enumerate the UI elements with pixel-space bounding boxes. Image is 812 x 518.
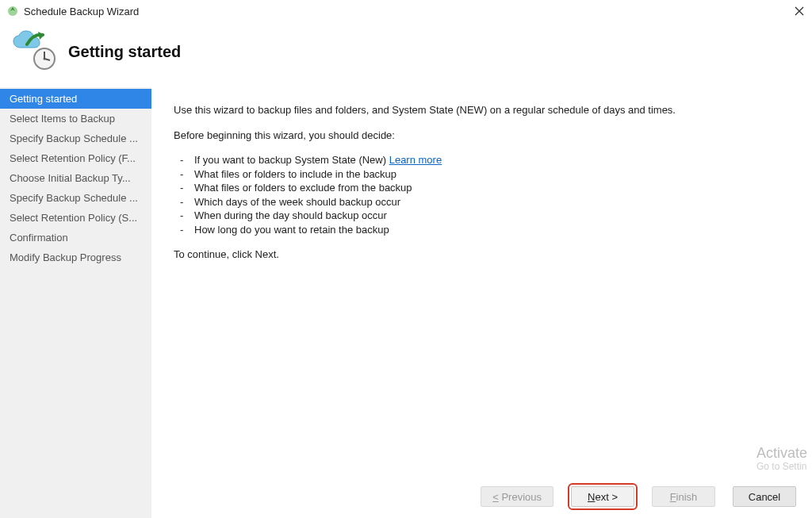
finish-label: Finish	[670, 491, 698, 503]
finish-button: Finish	[652, 486, 715, 507]
list-item: What files or folders to include in the …	[180, 167, 785, 182]
wizard-content: Use this wizard to backup files and fold…	[151, 87, 812, 518]
watermark-line1: Activate	[756, 446, 807, 462]
wizard-sidebar: Getting started Select Items to Backup S…	[0, 87, 151, 518]
list-item: What files or folders to exclude from th…	[180, 181, 785, 195]
sidebar-step-retention-f[interactable]: Select Retention Policy (F...	[0, 148, 151, 168]
continue-text: To continue, click Next.	[174, 247, 785, 262]
sidebar-step-modify-progress[interactable]: Modify Backup Progress	[0, 247, 151, 267]
list-item: How long do you want to retain the backu…	[180, 223, 785, 237]
learn-more-link[interactable]: Learn more	[389, 154, 442, 166]
app-icon	[6, 5, 19, 17]
watermark-line2: Go to Settin	[756, 462, 807, 472]
close-icon[interactable]	[791, 3, 807, 19]
activation-watermark: Activate Go to Settin	[756, 446, 807, 472]
wizard-window: Schedule Backup Wizard	[0, 0, 812, 518]
wizard-header-icon	[11, 29, 57, 75]
clock-icon	[32, 46, 57, 71]
sidebar-step-specify-schedule-2[interactable]: Specify Backup Schedule ...	[0, 188, 151, 208]
bullet-text: If you want to backup System State (New)	[194, 154, 389, 166]
list-item: Which days of the week should backup occ…	[180, 195, 785, 209]
list-item: If you want to backup System State (New)…	[180, 153, 785, 167]
sidebar-step-confirmation[interactable]: Confirmation	[0, 228, 151, 247]
titlebar: Schedule Backup Wizard	[0, 0, 812, 22]
cancel-button[interactable]: Cancel	[733, 486, 796, 507]
next-button[interactable]: Next >	[571, 486, 634, 507]
sidebar-step-initial-backup[interactable]: Choose Initial Backup Ty...	[0, 168, 151, 188]
sidebar-step-select-items[interactable]: Select Items to Backup	[0, 109, 151, 129]
decide-heading: Before beginning this wizard, you should…	[174, 129, 785, 143]
svg-point-4	[44, 58, 46, 60]
sidebar-step-retention-s[interactable]: Select Retention Policy (S...	[0, 208, 151, 228]
wizard-footer: < Previous Next > Finish Cancel	[151, 482, 812, 512]
cancel-label: Cancel	[749, 491, 780, 503]
wizard-body: Getting started Select Items to Backup S…	[0, 86, 812, 518]
wizard-header: Getting started	[0, 22, 812, 86]
intro-text: Use this wizard to backup files and fold…	[174, 103, 785, 117]
list-item: When during the day should backup occur	[180, 209, 785, 223]
sidebar-step-getting-started[interactable]: Getting started	[0, 89, 151, 109]
previous-label: < Previous	[492, 491, 542, 503]
decision-list: If you want to backup System State (New)…	[174, 153, 785, 236]
previous-button: < Previous	[481, 486, 553, 507]
window-title: Schedule Backup Wizard	[24, 6, 139, 17]
sidebar-step-specify-schedule-1[interactable]: Specify Backup Schedule ...	[0, 129, 151, 148]
next-label: Next >	[588, 491, 618, 503]
page-title: Getting started	[68, 43, 181, 61]
